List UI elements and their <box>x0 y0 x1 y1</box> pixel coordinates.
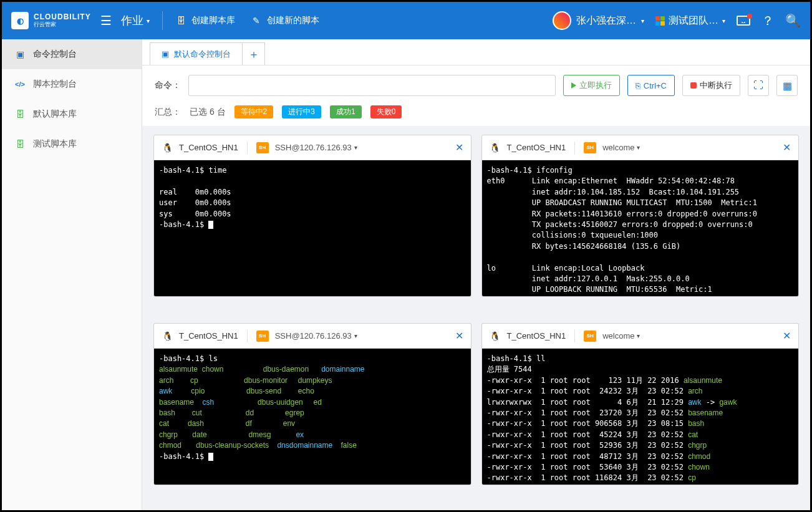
play-icon <box>571 82 576 89</box>
chevron-down-icon: ▾ <box>637 332 640 339</box>
connection-label[interactable]: SSH@120.76.126.93 ▾ <box>275 143 357 152</box>
command-bar: 命令： 立即执行 ⎘Ctrl+C 中断执行 ⛶ ▦ <box>142 65 810 105</box>
chevron-down-icon: ▾ <box>641 17 644 24</box>
avatar <box>553 11 571 30</box>
terminal-output[interactable]: -bash-4.1$ time real 0m0.000s user 0m0.0… <box>154 160 471 296</box>
chevron-down-icon: ▾ <box>354 144 357 151</box>
hamburger-icon[interactable]: ☰ <box>100 13 112 28</box>
ssh-icon: SH <box>584 331 596 342</box>
sidebar-item-3[interactable]: 🗄测试脚本库 <box>2 129 142 159</box>
help-icon[interactable]: ？ <box>761 12 774 29</box>
status-badge: 进行中 <box>409 329 444 342</box>
sidebar-item-label: 命令控制台 <box>33 49 77 60</box>
sidebar-item-label: 脚本控制台 <box>33 79 77 90</box>
terminal-card: 🐧T_CentOS_HN1SHSSH@120.76.126.93 ▾等待中✕-b… <box>153 135 471 297</box>
linux-icon: 🐧 <box>162 331 173 342</box>
chevron-down-icon: ▾ <box>147 17 150 24</box>
tab-bar: ▣默认命令控制台 ＋ <box>142 39 810 65</box>
terminal-name: T_CentOS_HN1 <box>179 331 238 341</box>
create-new-script-button[interactable]: ✎创建新的脚本 <box>251 15 319 26</box>
windows-icon <box>655 16 665 26</box>
linux-icon: 🐧 <box>490 142 501 153</box>
chevron-down-icon: ▾ <box>637 144 640 151</box>
ssh-icon: SH <box>256 331 269 342</box>
status-badge: 等待中 <box>409 141 444 154</box>
connection-label[interactable]: SSH@120.76.126.93 ▾ <box>275 331 357 341</box>
close-icon[interactable]: ✕ <box>783 330 791 342</box>
status-badge: 成功 <box>744 329 771 342</box>
badge-progress: 进行中3 <box>282 105 321 118</box>
linux-icon: 🐧 <box>162 142 173 153</box>
close-icon[interactable]: ✕ <box>455 330 463 342</box>
terminal-card: 🐧T_CentOS_HN1SHwelcome ▾成功✕-bash-4.1$ ll… <box>481 323 800 485</box>
terminal-output[interactable]: -bash-4.1$ ls alsaunmute chown dbus-daem… <box>154 349 471 485</box>
terminal-name: T_CentOS_HN1 <box>507 143 566 152</box>
logo-text-en: CLOUDBILITY <box>34 13 91 21</box>
sidebar-item-1[interactable]: </>脚本控制台 <box>2 69 142 99</box>
ssh-icon: SH <box>584 142 596 153</box>
new-script-icon: ✎ <box>251 15 262 26</box>
user-menu[interactable]: 张小强在深…▾ <box>553 11 644 30</box>
sidebar-item-0[interactable]: ▣命令控制台 <box>2 39 142 69</box>
badge-waiting: 等待中2 <box>234 105 274 118</box>
summary-bar: 汇总： 已选 6 台 等待中2 进行中3 成功1 失败0 <box>142 105 810 126</box>
mail-icon[interactable] <box>737 16 750 26</box>
terminal-card: 🐧T_CentOS_HN1SHwelcome ▾进行中✕-bash-4.1$ i… <box>481 135 800 297</box>
team-menu[interactable]: 测试团队…▾ <box>655 14 725 27</box>
app-header: ◐ CLOUDBILITY行云管家 ☰ 作业▾ 🗄创建脚本库 ✎创建新的脚本 张… <box>2 2 810 39</box>
tab-default-console[interactable]: ▣默认命令控制台 <box>150 42 243 65</box>
close-icon[interactable]: ✕ <box>783 142 791 153</box>
command-input[interactable] <box>188 75 556 96</box>
summary-selected: 已选 6 台 <box>190 107 226 118</box>
connection-label[interactable]: welcome ▾ <box>602 143 640 152</box>
terminal-grid: 🐧T_CentOS_HN1SHSSH@120.76.126.93 ▾等待中✕-b… <box>142 126 810 510</box>
linux-icon: 🐧 <box>490 331 501 342</box>
close-icon[interactable]: ✕ <box>455 142 463 153</box>
terminal-name: T_CentOS_HN1 <box>507 331 566 341</box>
ctrl-c-button[interactable]: ⎘Ctrl+C <box>627 75 675 96</box>
expand-icon[interactable]: ⛶ <box>748 75 769 96</box>
ssh-icon: SH <box>256 142 269 153</box>
terminal-output[interactable]: -bash-4.1$ ll 总用量 7544 -rwxr-xr-x 1 root… <box>482 349 799 485</box>
db-green-icon: 🗄 <box>14 138 26 150</box>
terminal-output[interactable]: -bash-4.1$ ifconfig eth0 Link encap:Ethe… <box>482 160 799 296</box>
add-tab-button[interactable]: ＋ <box>243 42 265 65</box>
sidebar-item-2[interactable]: 🗄默认脚本库 <box>2 99 142 129</box>
logo: ◐ CLOUDBILITY行云管家 <box>11 12 91 29</box>
terminal-header: 🐧T_CentOS_HN1SHwelcome ▾成功✕ <box>482 324 799 349</box>
sidebar-item-label: 测试脚本库 <box>33 138 77 150</box>
db-green-icon: 🗄 <box>14 109 26 120</box>
terminal-card: 🐧T_CentOS_HN1SHSSH@120.76.126.93 ▾进行中✕-b… <box>153 323 471 485</box>
logo-text-cn: 行云管家 <box>34 22 91 28</box>
logo-icon: ◐ <box>11 12 29 29</box>
status-badge: 进行中 <box>737 141 771 154</box>
create-script-lib-button[interactable]: 🗄创建脚本库 <box>175 15 235 26</box>
summary-label: 汇总： <box>155 107 181 118</box>
terminal-icon: ▣ <box>14 49 26 60</box>
terminal-name: T_CentOS_HN1 <box>179 143 238 152</box>
abort-button[interactable]: 中断执行 <box>682 75 740 96</box>
command-label: 命令： <box>155 80 181 91</box>
divider <box>162 11 163 30</box>
terminal-header: 🐧T_CentOS_HN1SHSSH@120.76.126.93 ▾进行中✕ <box>154 324 471 349</box>
copy-icon: ⎘ <box>636 81 640 90</box>
chevron-down-icon: ▾ <box>354 332 357 339</box>
job-dropdown[interactable]: 作业▾ <box>121 13 150 28</box>
grid-icon[interactable]: ▦ <box>776 75 798 96</box>
console-icon: ▣ <box>162 49 169 59</box>
code-icon: </> <box>14 79 26 90</box>
connection-label[interactable]: welcome ▾ <box>602 331 640 341</box>
stop-icon <box>690 82 697 89</box>
terminal-header: 🐧T_CentOS_HN1SHSSH@120.76.126.93 ▾等待中✕ <box>154 135 471 160</box>
search-icon[interactable]: 🔍 <box>785 13 801 28</box>
sidebar: ▣命令控制台</>脚本控制台🗄默认脚本库🗄测试脚本库 <box>2 39 142 510</box>
terminal-header: 🐧T_CentOS_HN1SHwelcome ▾进行中✕ <box>482 135 799 160</box>
sidebar-item-label: 默认脚本库 <box>33 109 77 120</box>
database-icon: 🗄 <box>175 15 186 26</box>
chevron-down-icon: ▾ <box>722 17 725 24</box>
badge-success: 成功1 <box>330 105 362 118</box>
badge-fail: 失败0 <box>370 105 402 118</box>
execute-button[interactable]: 立即执行 <box>563 75 620 96</box>
